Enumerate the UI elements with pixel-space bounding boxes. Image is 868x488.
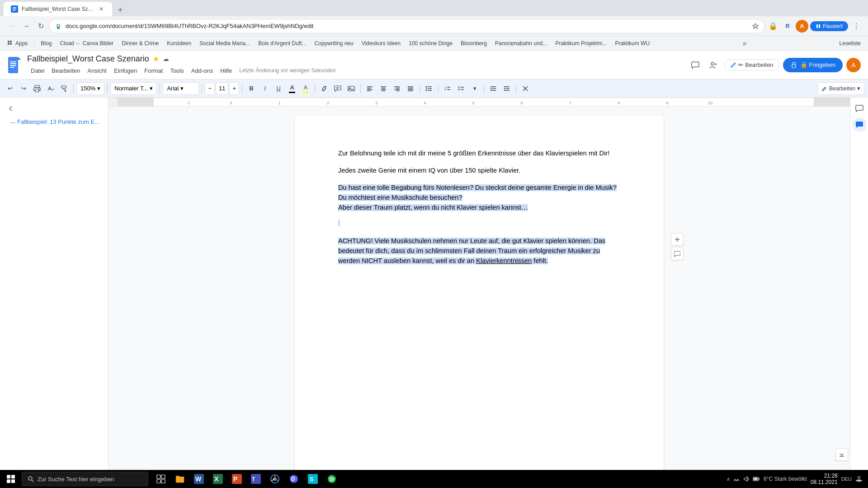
- extension-btn-2[interactable]: R: [781, 20, 794, 33]
- scroll-to-bottom-button[interactable]: [835, 448, 848, 461]
- menu-tools[interactable]: Tools: [166, 66, 187, 76]
- address-bar[interactable]: docs.google.com/document/d/1SWM69Bt4UThR…: [49, 19, 765, 33]
- sidebar-chat-button[interactable]: [852, 101, 867, 116]
- more-bookmarks-button[interactable]: »: [738, 37, 751, 50]
- bookmark-copywriting[interactable]: Copywriting neu: [311, 38, 357, 49]
- bookmark-star-icon[interactable]: [752, 23, 759, 30]
- numbered-list-button[interactable]: 1.2.: [441, 82, 454, 95]
- align-center-button[interactable]: [377, 82, 390, 95]
- sidebar-back-button[interactable]: [0, 101, 108, 116]
- star-icon[interactable]: ★: [153, 55, 159, 63]
- line-spacing-button[interactable]: [423, 82, 435, 95]
- highlight-color-button[interactable]: A: [299, 82, 312, 95]
- bearbeiten-button[interactable]: ✏ Bearbeiten: [724, 59, 779, 70]
- new-tab-button[interactable]: +: [114, 4, 127, 16]
- undo-button[interactable]: ↩: [4, 82, 16, 95]
- extension-btn-1[interactable]: 🔒: [767, 20, 779, 33]
- more-options-button[interactable]: ⋮: [850, 20, 863, 33]
- bookmark-videokurs[interactable]: Videokurs Ideen: [358, 38, 405, 49]
- redo-button[interactable]: ↪: [17, 82, 30, 95]
- paragraph-style-selector[interactable]: Normaler T... ▾: [110, 82, 157, 95]
- add-section-button[interactable]: [671, 233, 684, 246]
- taskbar-search-bar[interactable]: Zur Suche Text hier eingeben: [22, 472, 148, 486]
- font-color-button[interactable]: A: [286, 82, 298, 95]
- taskbar-task-view[interactable]: [152, 470, 170, 488]
- sidebar-comment-button[interactable]: [852, 117, 867, 132]
- more-list-options-button[interactable]: ▾: [468, 82, 481, 95]
- taskbar-app-9[interactable]: S: [304, 470, 322, 488]
- bookmark-panorama[interactable]: Panoramabahn und...: [491, 38, 551, 49]
- bookmark-kursideen[interactable]: Kursideen: [163, 38, 195, 49]
- taskbar-file-explorer[interactable]: [171, 470, 189, 488]
- document-title[interactable]: Fallbeispiel_Worst Case Szenario: [27, 54, 149, 64]
- menu-addons[interactable]: Add-ons: [188, 66, 217, 76]
- bookmark-social[interactable]: Social Media Mana...: [196, 38, 254, 49]
- sidebar-outline-item[interactable]: — Fallbeispiel: 13 Punkte zum E...: [0, 116, 108, 128]
- font-size-increase[interactable]: +: [229, 82, 239, 95]
- taskbar-powerpoint[interactable]: P: [228, 470, 246, 488]
- menu-format[interactable]: Format: [141, 66, 166, 76]
- bookmark-dinner[interactable]: Dinner & Crime: [118, 38, 162, 49]
- back-button[interactable]: ←: [5, 20, 18, 33]
- add-comment-button[interactable]: [331, 82, 344, 95]
- bookmark-blog[interactable]: Blog: [37, 38, 55, 49]
- italic-button[interactable]: I: [259, 82, 271, 95]
- menu-ansicht[interactable]: Ansicht: [84, 66, 110, 76]
- bookmark-bois[interactable]: Bois d'Argent Duft...: [255, 38, 310, 49]
- taskbar-teams[interactable]: T: [247, 470, 265, 488]
- bookmark-praktikum1[interactable]: Praktikum Projektm...: [552, 38, 610, 49]
- notification-icon[interactable]: [855, 475, 863, 483]
- user-avatar[interactable]: A: [846, 58, 861, 72]
- freigeben-button[interactable]: 🔒 Freigeben: [783, 58, 843, 72]
- bullet-list-button[interactable]: [455, 82, 467, 95]
- refresh-button[interactable]: ↻: [34, 20, 47, 33]
- taskbar-chrome[interactable]: [266, 470, 284, 488]
- docs-canvas[interactable]: Zur Belohnung teile ich mit dir meine 5 …: [108, 107, 850, 488]
- taskbar-spotify[interactable]: [323, 470, 341, 488]
- pausiert-button[interactable]: Pausiert: [810, 21, 848, 31]
- network-icon[interactable]: [733, 475, 740, 483]
- clear-format-button[interactable]: [519, 82, 532, 95]
- edit-mode-button[interactable]: Bearbeiten ▾: [818, 82, 864, 95]
- leseliste-button[interactable]: Leseliste: [836, 40, 864, 47]
- font-size-display[interactable]: 11: [216, 82, 228, 95]
- bold-button[interactable]: B: [245, 82, 258, 95]
- windows-start-button[interactable]: [2, 470, 20, 488]
- insert-image-button[interactable]: [345, 82, 358, 95]
- extension-btn-3[interactable]: A: [796, 20, 808, 33]
- active-tab[interactable]: Fallbeispiel_Worst Case Szenario... ✕: [4, 2, 112, 16]
- font-selector[interactable]: Arial ▾: [163, 82, 199, 95]
- bookmark-praktikum2[interactable]: Praktikum WU: [611, 38, 653, 49]
- tab-close-button[interactable]: ✕: [98, 5, 105, 13]
- underline-button[interactable]: U: [272, 82, 285, 95]
- font-size-decrease[interactable]: −: [205, 82, 215, 95]
- add-person-button[interactable]: [706, 58, 721, 72]
- chat-button[interactable]: [688, 58, 703, 72]
- bookmark-canva[interactable]: Cload ← Canva Bilder: [56, 38, 117, 49]
- taskbar-discord[interactable]: D: [285, 470, 303, 488]
- bookmark-100-dinge[interactable]: 100 schöne Dinge: [405, 38, 456, 49]
- link-button[interactable]: [318, 82, 330, 95]
- zoom-selector[interactable]: 150% ▾: [76, 82, 104, 95]
- tray-expand-icon[interactable]: ∧: [726, 476, 730, 482]
- bookmark-bloomberg[interactable]: Bloomberg: [457, 38, 491, 49]
- taskbar-word[interactable]: W: [190, 470, 208, 488]
- align-justify-button[interactable]: [404, 82, 417, 95]
- increase-indent-button[interactable]: [500, 82, 513, 95]
- taskbar-excel[interactable]: X: [209, 470, 227, 488]
- align-right-button[interactable]: [391, 82, 403, 95]
- menu-bearbeiten[interactable]: Bearbeiten: [48, 66, 84, 76]
- spell-check-button[interactable]: [44, 82, 57, 95]
- bookmark-apps[interactable]: Apps: [4, 38, 31, 49]
- forward-button[interactable]: →: [20, 20, 33, 33]
- menu-hilfe[interactable]: Hilfe: [217, 66, 236, 76]
- paint-format-button[interactable]: [58, 82, 71, 95]
- add-comment-floating-button[interactable]: [671, 248, 684, 260]
- menu-datei[interactable]: Datei: [27, 66, 48, 76]
- taskbar-clock[interactable]: 21:28 08.11.2021: [811, 473, 838, 485]
- align-left-button[interactable]: [363, 82, 376, 95]
- volume-icon[interactable]: [743, 475, 750, 483]
- menu-einfuegen[interactable]: Einfügen: [110, 66, 141, 76]
- decrease-indent-button[interactable]: [487, 82, 500, 95]
- print-button[interactable]: [31, 82, 43, 95]
